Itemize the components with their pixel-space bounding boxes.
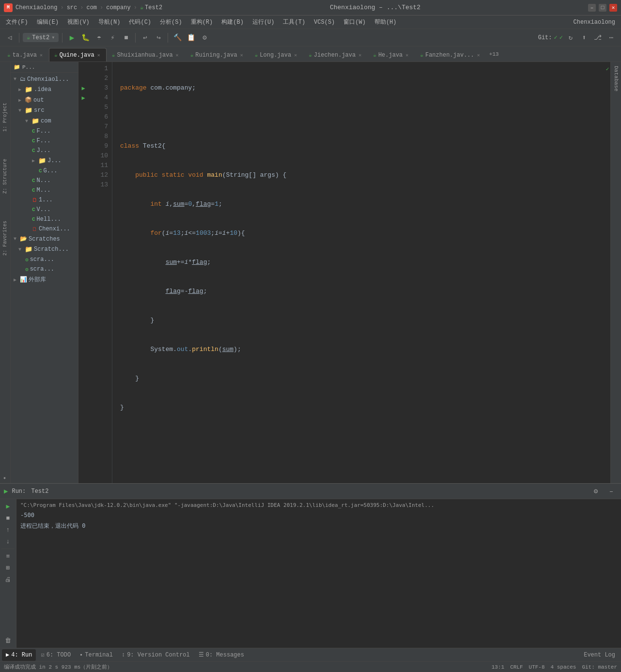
tree-file-1[interactable]: 🗋 1... — [12, 196, 77, 204]
tree-scra2[interactable]: ⚙ scra... — [12, 265, 77, 274]
menu-help[interactable]: 帮助(H) — [371, 17, 401, 27]
tree-file-v[interactable]: C V... — [12, 205, 77, 214]
code-content[interactable]: package com.company; class Test2{ public… — [112, 62, 605, 483]
coverage-btn[interactable]: ☂ — [93, 32, 105, 44]
tree-root[interactable]: ▼ 🗂 Chenxiaol... — [12, 75, 77, 84]
tab-shuixianhua-close[interactable]: ✕ — [175, 52, 180, 59]
tab-shuixianhua[interactable]: ☕ Shuixianhua.java ✕ — [107, 48, 185, 61]
run-scroll-up[interactable]: ↑ — [3, 524, 14, 535]
tab-he-close[interactable]: ✕ — [404, 52, 409, 59]
tree-file-f1[interactable]: C F... — [12, 127, 77, 136]
menu-tools[interactable]: 工具(T) — [279, 17, 309, 27]
menu-file[interactable]: 文件(F) — [2, 17, 32, 27]
run-clear-btn[interactable]: 🗑 — [3, 635, 14, 646]
bottom-tab-terminal[interactable]: ▪ Terminal — [76, 649, 117, 661]
tab-ta[interactable]: ☕ ta.java ✕ — [2, 48, 49, 61]
tab-ruining[interactable]: ☕ Ruining.java ✕ — [185, 48, 249, 61]
breadcrumb-src[interactable]: src — [67, 4, 78, 11]
statusbar-line-ending[interactable]: CRLF — [510, 664, 523, 670]
run-print-btn[interactable]: 🖨 — [3, 574, 14, 585]
tab-ta-close[interactable]: ✕ — [39, 52, 44, 59]
bottom-tab-todo[interactable]: ☑ 6: TODO — [37, 649, 75, 661]
tab-jiechen-close[interactable]: ✕ — [357, 52, 362, 59]
vtab-project[interactable]: 1: Project — [1, 101, 9, 134]
tab-ruining-close[interactable]: ✕ — [239, 52, 244, 59]
run-play-btn[interactable]: ▶ — [3, 501, 14, 512]
menu-build[interactable]: 构建(B) — [217, 17, 248, 27]
tree-com[interactable]: ▼ 📁 com — [12, 116, 77, 126]
run-tab-label[interactable]: Run: Test2 — [12, 488, 48, 495]
run-scroll-down[interactable]: ↓ — [3, 536, 14, 547]
tree-scratch-folder[interactable]: ▼ 📁 Scratch... — [12, 244, 77, 254]
run-stop-btn[interactable]: ■ — [3, 513, 14, 523]
tree-scratches[interactable]: ▼ 📂 Scratches — [12, 234, 77, 244]
menu-refactor[interactable]: 重构(R) — [187, 17, 217, 27]
breadcrumb-company[interactable]: company — [106, 4, 130, 11]
run-config-selector[interactable]: ☕ Test2 ▾ — [23, 33, 59, 42]
tree-file-g[interactable]: C G... — [12, 167, 77, 175]
breadcrumb-com[interactable]: com — [86, 4, 97, 11]
tab-overflow[interactable]: +13 — [486, 49, 502, 59]
bottom-tab-eventlog[interactable]: Event Log — [580, 649, 619, 661]
breadcrumb-project[interactable]: Chenxiaolong — [16, 4, 57, 11]
git-push[interactable]: ⬆ — [578, 32, 590, 44]
tree-file-chenxi[interactable]: 🗋 Chenxi... — [12, 225, 77, 233]
tree-idea[interactable]: ▶ 📁 .idea — [12, 85, 77, 94]
vtab-fav-bottom[interactable]: ★ — [1, 474, 9, 483]
tree-file-hell[interactable]: C Hell... — [12, 215, 77, 224]
run-filter-btn[interactable]: ⊞ — [3, 563, 14, 573]
minimize-btn[interactable]: – — [588, 4, 596, 12]
breadcrumb-file[interactable]: ☕ Test2 — [140, 4, 162, 11]
statusbar-git[interactable]: Git: master — [582, 664, 617, 670]
tree-extlib[interactable]: ▶ 📊 外部库 — [12, 275, 77, 285]
run-minimize-btn[interactable]: – — [605, 486, 617, 497]
redo-btn[interactable]: ↪ — [153, 32, 164, 44]
stop-btn[interactable]: ■ — [120, 32, 132, 44]
code-editor[interactable]: ▶ ▶ 1 2 3 4 5 6 7 8 — [78, 62, 621, 483]
git-more[interactable]: ⋯ — [605, 32, 617, 44]
run-button[interactable]: ▶ — [66, 32, 78, 44]
menu-view[interactable]: 视图(V) — [63, 17, 93, 27]
statusbar-indent[interactable]: 4 spaces — [551, 664, 576, 670]
database-sidebar[interactable]: Database — [610, 62, 621, 483]
bottom-tab-run[interactable]: ▶ 4: Run — [2, 649, 36, 661]
git-update[interactable]: ↻ — [565, 32, 576, 44]
settings-btn[interactable]: ⚙ — [199, 32, 210, 44]
run-settings-btn[interactable]: ⚙ — [590, 486, 602, 497]
tab-fanzhen[interactable]: ☕ Fanzhen.jav... ✕ — [415, 48, 486, 61]
maximize-btn[interactable]: □ — [599, 4, 606, 12]
menu-navigate[interactable]: 导航(N) — [94, 17, 124, 27]
tree-folder-j[interactable]: ▶ 📁 J... — [12, 156, 77, 166]
database-label[interactable]: Database — [612, 64, 620, 93]
menu-window[interactable]: 窗口(W) — [340, 17, 370, 27]
tree-file-j1[interactable]: C J... — [12, 146, 77, 155]
run-wrap-btn[interactable]: ≡ — [3, 551, 14, 562]
debug-btn[interactable]: 🐛 — [79, 32, 91, 44]
menu-run[interactable]: 运行(U) — [248, 17, 279, 27]
vtab-structure[interactable]: Z: Structure — [1, 157, 9, 196]
close-btn[interactable]: ✕ — [609, 4, 617, 12]
menu-edit[interactable]: 编辑(E) — [33, 17, 63, 27]
bottom-tab-vcs[interactable]: ↕ 9: Version Control — [118, 649, 194, 661]
bottom-tab-messages[interactable]: ☰ 0: Messages — [195, 649, 248, 661]
sdk-btn[interactable]: 📋 — [185, 32, 197, 44]
tree-file-f2[interactable]: C F... — [12, 137, 77, 145]
menu-vcs[interactable]: VCS(S) — [310, 18, 339, 27]
tree-src[interactable]: ▼ 📁 src — [12, 106, 77, 115]
undo-btn[interactable]: ↩ — [139, 32, 151, 44]
profile-btn[interactable]: ⚡ — [107, 32, 118, 44]
tree-file-n[interactable]: C N... — [12, 176, 77, 185]
tree-out[interactable]: ▶ 📦 out — [12, 95, 77, 105]
tab-quine-close[interactable]: ✕ — [96, 52, 101, 59]
tab-long-close[interactable]: ✕ — [293, 52, 298, 59]
build-project-btn[interactable]: 🔨 — [171, 32, 183, 44]
tab-fanzhen-close[interactable]: ✕ — [476, 52, 481, 59]
tree-scra1[interactable]: ⚙ scra... — [12, 255, 77, 264]
menu-code[interactable]: 代码(C) — [125, 17, 155, 27]
statusbar-encoding[interactable]: UTF-8 — [529, 664, 545, 670]
vtab-favorites[interactable]: 2: Favorites — [1, 219, 9, 258]
tree-file-m[interactable]: C M... — [12, 186, 77, 195]
statusbar-position[interactable]: 13:1 — [492, 664, 504, 670]
back-btn[interactable]: ◁ — [4, 32, 16, 44]
tab-jiechen[interactable]: ☕ Jiechen.java ✕ — [303, 48, 368, 61]
